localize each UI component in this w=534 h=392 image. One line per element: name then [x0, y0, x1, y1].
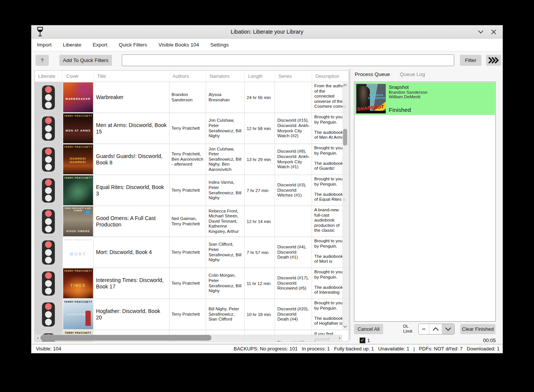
window-minimize-button[interactable] [477, 28, 484, 36]
title-cell[interactable]: Good Omens: A Full Cast Production [94, 206, 169, 237]
length-cell[interactable]: 12 hr 58 min [245, 113, 275, 144]
series-cell[interactable]: Discworld (#4), Discworld: Death (#1) [275, 237, 312, 268]
header-title[interactable]: Title [94, 71, 169, 82]
book-cover: TERRY PRATCHETT & NEIL GAIMAN GOOD OMENS [63, 206, 93, 236]
length-cell[interactable]: 24 hr 56 min [245, 82, 275, 113]
scroll-left-icon[interactable]: ‹ [35, 335, 40, 341]
length-cell[interactable]: 12 hr 14 min [245, 206, 275, 237]
title-cell[interactable]: Equal Rites: Discworld, Book 3 [94, 175, 169, 206]
series-cell[interactable]: Discworld (#8), Discworld: Ankh-Morpork … [275, 144, 312, 175]
liberate-cell[interactable] [35, 144, 63, 175]
table-row[interactable]: WARBREAKER Warbreaker Brandon Sanderson … [35, 82, 348, 113]
help-button[interactable]: ? [36, 55, 49, 66]
title-cell[interactable]: Hogfather: Discworld, Book 20 [94, 299, 169, 330]
cancel-all-button[interactable]: Cancel All [354, 324, 383, 334]
liberate-cell[interactable] [35, 299, 63, 330]
dl-limit-increase-button[interactable] [429, 324, 442, 334]
authors-cell[interactable]: Brandon Sanderson [169, 82, 206, 113]
header-cover[interactable]: Cover [63, 71, 94, 82]
length-cell[interactable]: 11 hr 12 min [245, 268, 275, 299]
liberate-cell[interactable] [35, 206, 63, 237]
length-cell[interactable]: 10 hr 18 min [245, 299, 275, 330]
queue-item-finished[interactable]: BRANDON SANDERSON SNAPSHOT Snapshot Bran… [355, 82, 495, 115]
filter-button[interactable]: Filter [460, 55, 481, 66]
panel-splitter[interactable] [349, 69, 350, 340]
queue-count-checkbox[interactable]: ✓ [360, 338, 365, 343]
fast-forward-filters-button[interactable] [486, 55, 501, 66]
series-cell[interactable]: Discworld (#15), Discworld: Ankh-Morpork… [275, 113, 312, 144]
header-description[interactable]: Description [312, 71, 348, 82]
title-cell[interactable]: Interesting Times: Discworld, Book 17 [94, 268, 169, 299]
authors-cell[interactable]: Terry Pratchett [169, 237, 206, 268]
horizontal-scrollbar[interactable]: ‹ › [35, 335, 342, 341]
series-cell[interactable]: Discworld (#3), Discworld: Witches (#1) [275, 175, 312, 206]
narrators-cell[interactable]: Jon Culshaw, Peter Serafinowicz, Bill Ni… [206, 144, 245, 175]
cover-author-text: TERRY PRATCHETT [63, 332, 93, 334]
title-cell[interactable]: Men at Arms: Discworld, Book 15 [94, 113, 169, 144]
narrators-cell[interactable]: Bill Nighy, Peter Serafinowicz, Sian Cli… [206, 299, 245, 330]
menu-quick-filters[interactable]: Quick Filters [118, 40, 148, 49]
liberate-cell[interactable] [35, 237, 63, 268]
narrators-cell[interactable]: Sian Clifford, Peter Serafinowicz, Bill … [206, 237, 245, 268]
scroll-down-icon[interactable] [342, 324, 348, 329]
table-row[interactable]: TERRY PRATCHETT MEN AT ARMS Men at Arms:… [35, 113, 348, 144]
liberate-cell[interactable] [35, 82, 63, 113]
queue-count-label: 1 [367, 338, 370, 343]
length-cell[interactable]: 7 hr 27 min [245, 175, 275, 206]
table-row[interactable]: TERRY PRATCHETT MORT Mort: Discworld, Bo… [35, 237, 348, 268]
narrators-cell[interactable]: Jon Culshaw, Peter Serafinowicz, Bill Ni… [206, 113, 245, 144]
series-cell[interactable]: Discworld (#20), Discworld: Death (#4) [275, 299, 312, 330]
menu-import[interactable]: Import [36, 40, 52, 49]
header-length[interactable]: Length [245, 71, 275, 82]
authors-cell[interactable]: Terry Pratchett [169, 175, 206, 206]
menu-settings[interactable]: Settings [210, 40, 230, 49]
authors-cell[interactable]: Terry Pratchett, Ben Aaronovitch - after… [169, 144, 206, 175]
title-cell[interactable]: Mort: Discworld, Book 4 [94, 237, 169, 268]
menu-export[interactable]: Export [92, 40, 108, 49]
vertical-scrollbar[interactable] [342, 82, 348, 329]
header-authors[interactable]: Authors [169, 71, 206, 82]
liberate-cell[interactable] [35, 113, 63, 144]
scroll-up-icon[interactable] [342, 82, 348, 88]
filter-search-input[interactable] [122, 54, 454, 66]
series-cell[interactable] [275, 206, 312, 237]
narrators-cell[interactable]: Rebecca Front, Michael Sheen, David Tenn… [206, 206, 245, 237]
series-cell[interactable]: Discworld (#17), Discworld: Rincewind (#… [275, 268, 312, 299]
narrators-cell[interactable]: Colin Morgan, Peter Serafinowicz, Bill N… [206, 268, 245, 299]
tab-process-queue[interactable]: Process Queue [355, 71, 390, 77]
narrators-cell[interactable]: Indira Varma, Peter Serafinowicz, Bill N… [206, 175, 245, 206]
narrators-cell[interactable]: Alyssa Bresnahan [206, 82, 245, 113]
liberate-cell[interactable] [35, 175, 63, 206]
title-bar[interactable]: Libation: Liberate your Library [31, 25, 503, 39]
dl-limit-decrease-button[interactable] [442, 324, 454, 334]
tab-queue-log[interactable]: Queue Log [400, 71, 425, 77]
clear-finished-button[interactable]: Clear Finished [460, 324, 495, 334]
authors-cell[interactable]: Terry Pratchett [169, 113, 206, 144]
menu-visible-books[interactable]: Visible Books 104 [158, 40, 200, 49]
menu-liberate[interactable]: Liberate [62, 40, 82, 49]
title-cell[interactable]: Warbreaker [94, 82, 169, 113]
table-row[interactable]: TERRY PRATCHETT TIMES Interesting Times:… [35, 268, 348, 299]
traffic-light-bottom [45, 102, 52, 108]
table-row[interactable]: TERRY PRATCHETT HOGFATHER Hogfather: Dis… [35, 299, 348, 330]
table-row[interactable]: TERRY PRATCHETT Equal Rites: Discworld, … [35, 175, 348, 206]
queue-timer: 00:05 [483, 338, 496, 343]
window-close-button[interactable] [490, 28, 497, 36]
series-cell[interactable] [275, 82, 312, 113]
table-row[interactable]: TERRY PRATCHETT & NEIL GAIMAN GOOD OMENS… [35, 206, 348, 237]
vertical-scrollbar-thumb[interactable] [343, 129, 347, 146]
liberate-cell[interactable] [35, 268, 63, 299]
header-series[interactable]: Series [275, 71, 312, 82]
add-to-quick-filters-button[interactable]: Add To Quick Filters [59, 55, 112, 66]
table-row[interactable]: TERRY PRATCHETT GUARDS! GUARDS! Guards! … [35, 144, 348, 175]
header-narrators[interactable]: Narrators [206, 71, 245, 82]
length-cell[interactable]: 7 hr 57 min [245, 237, 275, 268]
length-cell[interactable]: 13 hr 29 min [245, 144, 275, 175]
horizontal-scrollbar-thumb[interactable] [40, 335, 211, 341]
authors-cell[interactable]: Terry Pratchett [169, 268, 206, 299]
scroll-right-icon[interactable]: › [337, 335, 342, 341]
authors-cell[interactable]: Neil Gaiman, Terry Pratchett [169, 206, 206, 237]
authors-cell[interactable]: Terry Pratchett [169, 299, 206, 330]
title-cell[interactable]: Guards! Guards!: Discworld, Book 8 [94, 144, 169, 175]
header-liberate[interactable]: Liberate [35, 71, 63, 82]
